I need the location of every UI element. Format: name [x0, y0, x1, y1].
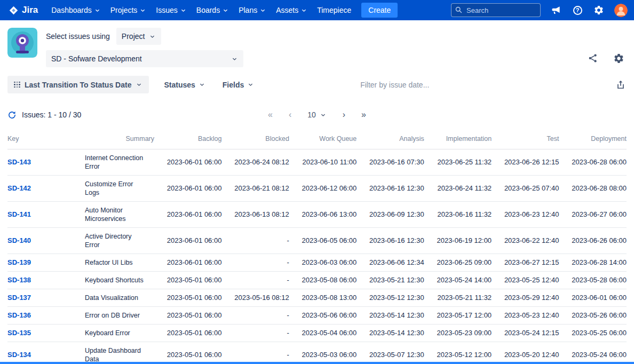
- analysis-date-cell: 2023-05-14 12:30: [356, 325, 424, 342]
- issue-summary-cell: Error on DB Driver: [85, 307, 154, 325]
- issues-count-label: Issues: 1 - 10 / 30: [22, 110, 81, 119]
- report-type-label: Last Transition To Status Date: [25, 81, 131, 89]
- nav-menu-item[interactable]: Boards: [192, 3, 234, 18]
- issue-date-filter-input[interactable]: [360, 81, 515, 89]
- implementation-date-cell: 2023-06-24 11:32: [424, 176, 492, 202]
- project-select[interactable]: SD - Sofware Development: [46, 50, 243, 67]
- nav-menu-item[interactable]: Plans: [234, 3, 271, 18]
- issue-key-link[interactable]: SD-134: [7, 351, 31, 359]
- nav-menu-item[interactable]: Assets: [271, 3, 312, 18]
- help-glyph: ?: [573, 6, 582, 15]
- column-header[interactable]: Work Queue: [289, 130, 356, 149]
- nav-menu-item[interactable]: Projects: [106, 3, 152, 18]
- nav-menu-item-label: Boards: [196, 6, 220, 14]
- page-size-select[interactable]: 10: [307, 110, 327, 119]
- column-header[interactable]: Key: [7, 130, 85, 149]
- announcements-icon[interactable]: [550, 4, 562, 16]
- blocked-date-cell: -: [221, 254, 289, 272]
- share-icon[interactable]: [587, 52, 599, 64]
- blocked-date-cell: -: [221, 307, 289, 325]
- test-date-cell: 2023-05-20 12:40: [492, 342, 559, 364]
- analysis-date-cell: 2023-06-16 12:30: [356, 228, 424, 254]
- column-header[interactable]: Test: [492, 130, 559, 149]
- implementation-date-cell: 2023-05-24 14:00: [424, 272, 492, 289]
- issue-key-cell: SD-139: [7, 254, 85, 272]
- gadget-settings-gear-icon[interactable]: [613, 52, 624, 64]
- work-queue-date-cell: 2023-05-06 06:00: [289, 307, 356, 325]
- nav-menu-item-label: Assets: [276, 6, 298, 14]
- issues-table-body: SD-143 Internet Connection Error 2023-06…: [7, 149, 627, 364]
- deployment-date-cell: 2023-06-28 14:00: [559, 254, 627, 272]
- backlog-date-cell: 2023-05-01 06:00: [154, 325, 221, 342]
- column-header[interactable]: Deployment: [559, 130, 627, 149]
- table-row: SD-137 Data Visualization 2023-05-01 06:…: [7, 289, 627, 307]
- issue-source-mode-select[interactable]: Project: [116, 28, 162, 45]
- user-avatar[interactable]: [614, 4, 628, 17]
- backlog-date-cell: 2023-05-01 06:00: [154, 272, 221, 289]
- deployment-date-cell: 2023-05-25 06:00: [559, 325, 627, 342]
- backlog-date-cell: 2023-06-01 06:00: [154, 176, 221, 202]
- test-date-cell: 2023-05-24 12:15: [492, 325, 559, 342]
- fields-label: Fields: [223, 81, 244, 89]
- app-logo-icon: [7, 28, 37, 58]
- issue-key-link[interactable]: SD-138: [7, 276, 31, 284]
- implementation-date-cell: 2023-06-16 11:32: [424, 202, 492, 228]
- gadget-header: Select issues using Project SD - Sofware…: [7, 28, 627, 67]
- table-header-row: Key Summary Backlog Blocked Work Queue A…: [7, 130, 627, 149]
- deployment-date-cell: 2023-06-28 08:00: [559, 176, 627, 202]
- help-icon[interactable]: ?: [572, 4, 583, 16]
- nav-menu-item-label: Dashboards: [51, 6, 92, 14]
- create-button[interactable]: Create: [361, 3, 398, 18]
- issue-key-link[interactable]: SD-137: [7, 294, 31, 302]
- blocked-date-cell: 2023-06-24 08:12: [221, 149, 289, 176]
- column-header[interactable]: Blocked: [221, 130, 289, 149]
- column-header[interactable]: Implementation: [424, 130, 492, 149]
- work-queue-date-cell: 2023-06-12 06:00: [289, 176, 356, 202]
- last-page-button[interactable]: »: [361, 110, 366, 119]
- report-toolbar: Last Transition To Status Date Statuses …: [7, 76, 627, 93]
- table-row: SD-142 Customize Error Logs 2023-06-01 0…: [7, 176, 627, 202]
- refresh-icon[interactable]: [7, 110, 17, 120]
- issue-key-link[interactable]: SD-135: [7, 329, 31, 337]
- report-type-button[interactable]: Last Transition To Status Date: [7, 76, 149, 93]
- fields-button[interactable]: Fields: [216, 76, 260, 93]
- issue-key-cell: SD-138: [7, 272, 85, 289]
- work-queue-date-cell: 2023-06-03 06:00: [289, 254, 356, 272]
- issue-key-cell: SD-143: [7, 149, 85, 176]
- implementation-date-cell: 2023-06-25 09:00: [424, 254, 492, 272]
- issue-key-link[interactable]: SD-142: [7, 184, 31, 192]
- column-header[interactable]: Analysis: [356, 130, 424, 149]
- issue-key-link[interactable]: SD-143: [7, 158, 31, 166]
- analysis-date-cell: 2023-06-06 12:34: [356, 254, 424, 272]
- nav-menu-item-label: Timepiece: [317, 6, 351, 14]
- chevron-down-icon: [180, 7, 187, 14]
- implementation-date-cell: 2023-06-19 12:00: [424, 228, 492, 254]
- issue-key-cell: SD-135: [7, 325, 85, 342]
- jira-logo[interactable]: Jira: [9, 5, 38, 15]
- nav-menu-item[interactable]: Dashboards: [46, 3, 106, 18]
- search-input[interactable]: [451, 3, 541, 17]
- issue-key-link[interactable]: SD-140: [7, 236, 31, 244]
- prev-page-button[interactable]: ‹: [289, 110, 291, 119]
- next-page-button[interactable]: ›: [343, 110, 345, 119]
- statuses-button[interactable]: Statuses: [157, 76, 211, 93]
- issue-key-link[interactable]: SD-136: [7, 311, 31, 319]
- deployment-date-cell: 2023-05-24 06:00: [559, 342, 627, 364]
- blocked-date-cell: 2023-06-13 08:12: [221, 202, 289, 228]
- settings-gear-icon[interactable]: [593, 4, 605, 16]
- first-page-button[interactable]: «: [268, 110, 273, 119]
- jira-mark-icon: [9, 5, 19, 15]
- column-header[interactable]: Summary: [85, 130, 154, 149]
- issue-summary-cell: Keyboard Shortcuts: [85, 272, 154, 289]
- export-icon[interactable]: [615, 79, 627, 91]
- nav-menu-item[interactable]: Issues: [151, 3, 191, 18]
- nav-menu-item[interactable]: Timepiece: [312, 3, 356, 18]
- issue-key-link[interactable]: SD-139: [7, 258, 31, 266]
- implementation-date-cell: 2023-05-23 09:00: [424, 325, 492, 342]
- issue-key-link[interactable]: SD-141: [7, 210, 31, 218]
- backlog-date-cell: 2023-05-01 06:00: [154, 289, 221, 307]
- table-row: SD-140 Active Directory Error 2023-06-01…: [7, 228, 627, 254]
- blocked-date-cell: -: [221, 342, 289, 364]
- column-header[interactable]: Backlog: [154, 130, 221, 149]
- test-date-cell: 2023-06-25 07:40: [492, 176, 559, 202]
